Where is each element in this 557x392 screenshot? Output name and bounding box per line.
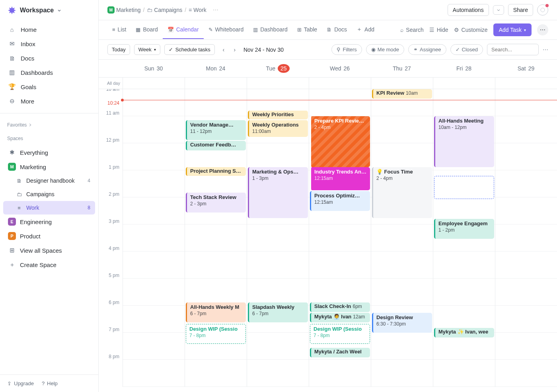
day-header-mon[interactable]: Mon24 xyxy=(185,60,247,77)
sidebar-item-work[interactable]: ≡Work8 xyxy=(3,201,95,215)
calendar-event[interactable]: KPI Review10am xyxy=(372,89,432,99)
add-view-tab[interactable]: ＋Add xyxy=(352,20,379,39)
upgrade-link[interactable]: ⇪Upgrade xyxy=(7,380,34,386)
tab-docs[interactable]: 🗎Docs xyxy=(322,21,352,39)
next-week[interactable]: › xyxy=(230,45,240,55)
tab-table[interactable]: ⊞Table xyxy=(292,21,322,39)
calendar-event[interactable]: Design Review6:30 - 7:30pm xyxy=(372,313,432,333)
calendar-event[interactable]: Tech Stack Review2 - 3pm xyxy=(186,193,246,213)
range-selector[interactable]: Week ▾ xyxy=(134,44,160,55)
day-header-thu[interactable]: Thu27 xyxy=(371,60,433,77)
day-column[interactable]: Prepare KPI Review Presentation2 - 4pmIn… xyxy=(309,89,371,387)
favorites-section[interactable]: Favorites xyxy=(0,117,98,130)
allday-cell[interactable] xyxy=(495,78,557,89)
calendar-event[interactable]: Marketing & Ops…1 - 3pm xyxy=(248,167,308,218)
calendar-event[interactable]: Weekly Operations11:00am xyxy=(248,120,308,137)
closed-pill[interactable]: ✓Closed xyxy=(450,44,483,55)
nav-inbox[interactable]: ✉Inbox xyxy=(3,37,95,51)
calendar-event[interactable] xyxy=(434,176,494,199)
event-title: KPI Review xyxy=(376,90,404,96)
calendar-event[interactable]: 💡 Focus Time2 - 4pm xyxy=(372,167,432,218)
search-action[interactable]: ⌕Search xyxy=(400,27,423,33)
calendar-event[interactable]: Design WIP (Sessio7 - 8pm xyxy=(310,324,370,344)
sidebar-item-campaigns[interactable]: 🗀Campaigns xyxy=(3,187,95,201)
day-column[interactable]: Vendor Manage…11 - 12pmCustomer Feedb…Pr… xyxy=(185,89,247,387)
workspace-switcher[interactable]: Workspace xyxy=(0,0,98,21)
crumb-marketing[interactable]: MMarketing xyxy=(107,6,140,14)
calendar-event[interactable]: Prepare KPI Review Presentation2 - 4pm xyxy=(310,116,370,167)
calendar-event[interactable]: Employee Engagem1 - 2pm xyxy=(434,219,494,239)
nav-goals[interactable]: 🏆Goals xyxy=(3,80,95,94)
event-title: Slack Check-In xyxy=(314,303,351,309)
day-header-sun[interactable]: Sun30 xyxy=(123,60,185,77)
filters-pill[interactable]: ⚲Filters xyxy=(331,44,362,55)
allday-cell[interactable] xyxy=(123,78,185,89)
calendar-event[interactable]: Slapdash Weekly6 - 7pm xyxy=(248,302,308,322)
more-icon[interactable]: ⋯ xyxy=(213,7,218,13)
day-column[interactable]: KPI Review10am💡 Focus Time2 - 4pmDesign … xyxy=(371,89,433,387)
schedule-tasks-button[interactable]: ✓Schedule tasks xyxy=(164,44,215,55)
assignee-pill[interactable]: ⚭Assignee xyxy=(408,44,446,55)
create-space[interactable]: ＋ Create Space xyxy=(3,257,95,272)
notification-icon[interactable] xyxy=(537,4,548,16)
allday-cell[interactable] xyxy=(247,78,309,89)
tab-board[interactable]: ▦Board xyxy=(131,21,162,39)
calendar-event[interactable]: Slack Check-In6pm xyxy=(310,302,370,312)
space-marketing[interactable]: MMarketing xyxy=(3,160,95,174)
tab-list[interactable]: ≡List xyxy=(107,21,131,39)
calendar-event[interactable]: Mykyta / Zach Weel xyxy=(310,348,370,357)
tab-whiteboard[interactable]: ✎Whiteboard xyxy=(204,21,249,39)
day-column[interactable]: Weekly PrioritiesWeekly Operations11:00a… xyxy=(247,89,309,387)
day-header-tue[interactable]: Tue25 xyxy=(247,60,309,77)
calendar-event[interactable]: Industry Trends Analysis12:15am xyxy=(310,167,370,190)
calendar-event[interactable]: All-Hands Weekly M6 - 7pm xyxy=(186,302,246,322)
calendar-event[interactable]: Weekly Priorities xyxy=(248,111,308,119)
day-header-fri[interactable]: Fri28 xyxy=(433,60,495,77)
customize-action[interactable]: ⚙Customize xyxy=(454,27,488,33)
automations-button[interactable]: Automations xyxy=(448,4,489,16)
calendar-event[interactable]: Mykyta 🧑‍💼 Ivan12am xyxy=(310,313,370,322)
calendar-event[interactable]: Design WIP (Sessio7 - 8pm xyxy=(186,324,246,344)
day-header-wed[interactable]: Wed26 xyxy=(309,60,371,77)
allday-cell[interactable] xyxy=(309,78,371,89)
tab-dashboard[interactable]: ▥Dashboard xyxy=(248,21,292,39)
sidebar-item-designer-handbook[interactable]: 🗎Designer handbook4 xyxy=(3,174,95,187)
hide-action[interactable]: ☰Hide xyxy=(429,27,448,33)
nav-home[interactable]: ⌂Home xyxy=(3,22,95,37)
crumb-campaigns[interactable]: 🗀Campaigns xyxy=(147,7,182,13)
crumb-work[interactable]: ≡Work xyxy=(189,7,206,13)
calendar-event[interactable]: Project Planning S… xyxy=(186,167,246,176)
day-column[interactable] xyxy=(495,89,557,387)
more-icon[interactable]: ⋯ xyxy=(543,47,548,53)
more-menu[interactable]: ⋯ xyxy=(537,24,548,35)
add-task-button[interactable]: Add Task▾ xyxy=(493,23,532,36)
view-all-spaces[interactable]: ⊞ View all Spaces xyxy=(3,243,95,257)
nav-more[interactable]: ⊖More xyxy=(3,94,95,108)
calendar-event[interactable]: Process Optimiz…12:15am xyxy=(310,191,370,211)
search-input[interactable] xyxy=(487,44,539,55)
sidebar-footer: ⇪Upgrade ?Help xyxy=(0,374,98,392)
calendar-event[interactable]: Customer Feedb… xyxy=(186,141,246,150)
space-product[interactable]: PProduct xyxy=(3,229,95,243)
day-column[interactable] xyxy=(123,89,185,387)
help-link[interactable]: ?Help xyxy=(42,380,58,386)
share-button[interactable]: Share xyxy=(508,4,533,16)
allday-cell[interactable] xyxy=(185,78,247,89)
nav-docs[interactable]: 🗎Docs xyxy=(3,51,95,65)
space-engineering[interactable]: EEngineering xyxy=(3,215,95,229)
calendar-event[interactable]: Vendor Manage…11 - 12pm xyxy=(186,120,246,140)
automations-dropdown[interactable] xyxy=(493,5,504,15)
calendar-event[interactable]: All-Hands Meeting10am - 12pm xyxy=(434,116,494,167)
day-column[interactable]: All-Hands Meeting10am - 12pmEmployee Eng… xyxy=(433,89,495,387)
everything-item[interactable]: ✱ Everything xyxy=(3,145,95,160)
today-button[interactable]: Today xyxy=(107,44,130,55)
tab-calendar[interactable]: 📅Calendar xyxy=(163,21,204,39)
calendar-event[interactable]: Mykyta ✨ Ivan, wee xyxy=(434,328,494,337)
prev-week[interactable]: ‹ xyxy=(219,45,228,55)
allday-cell[interactable] xyxy=(433,78,495,89)
event-time: 7 - 8pm xyxy=(189,333,243,339)
day-header-sat[interactable]: Sat29 xyxy=(495,60,557,77)
nav-dashboards[interactable]: ▥Dashboards xyxy=(3,65,95,80)
me-mode-pill[interactable]: ◉Me mode xyxy=(366,44,404,55)
allday-cell[interactable] xyxy=(371,78,433,89)
